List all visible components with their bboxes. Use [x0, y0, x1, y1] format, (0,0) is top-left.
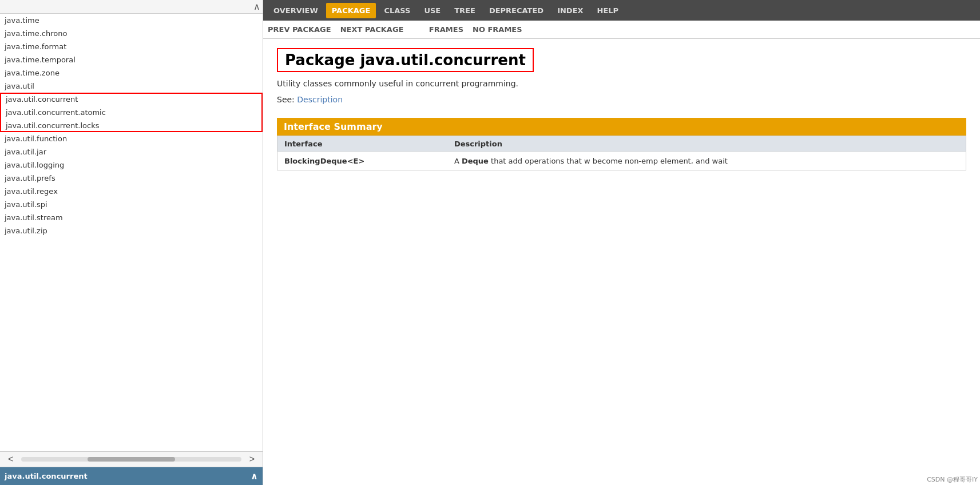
description-link[interactable]: Description — [297, 95, 343, 104]
sidebar-item-java-util-concurrent[interactable]: java.util.concurrent — [0, 93, 263, 106]
sidebar-item-java-util-jar[interactable]: java.util.jar — [0, 145, 263, 158]
sidebar-item-java-time[interactable]: java.time — [0, 14, 263, 27]
sidebar-item-java-util-concurrent-atomic[interactable]: java.util.concurrent.atomic — [0, 106, 263, 119]
sidebar-scroll-up[interactable]: ∧ — [0, 0, 263, 14]
see-label: See: — [277, 95, 295, 104]
sidebar: ∧ java.timejava.time.chronojava.time.for… — [0, 0, 263, 485]
sub-nav: PREV PACKAGE NEXT PACKAGE FRAMES NO FRAM… — [263, 21, 980, 39]
content-area: OVERVIEWPACKAGECLASSUSETREEDEPRECATEDIND… — [263, 0, 980, 485]
interface-summary-table: Interface Description BlockingDeque<E>A … — [277, 136, 966, 170]
sidebar-item-java-time-temporal[interactable]: java.time.temporal — [0, 53, 263, 66]
nav-item-overview[interactable]: OVERVIEW — [268, 3, 324, 18]
nav-item-class[interactable]: CLASS — [378, 3, 416, 18]
nav-item-use[interactable]: USE — [418, 3, 446, 18]
frames-link[interactable]: FRAMES — [429, 25, 463, 34]
main-content: Package java.util.concurrent Utility cla… — [263, 39, 980, 485]
table-header-row: Interface Description — [277, 136, 966, 152]
scroll-track — [21, 457, 241, 462]
sidebar-package-list[interactable]: java.timejava.time.chronojava.time.forma… — [0, 14, 263, 451]
sidebar-item-java-time-format[interactable]: java.time.format — [0, 40, 263, 53]
nav-item-deprecated[interactable]: DEPRECATED — [483, 3, 549, 18]
nav-item-index[interactable]: INDEX — [552, 3, 589, 18]
description-cell: A Deque that add operations that w becom… — [447, 152, 966, 170]
sidebar-item-java-time-chrono[interactable]: java.time.chrono — [0, 27, 263, 40]
sidebar-collapse-button[interactable]: ∧ — [251, 471, 258, 482]
selected-package-label: java.util.concurrent — [5, 472, 88, 480]
nav-item-package[interactable]: PACKAGE — [326, 3, 376, 18]
prev-package-link[interactable]: PREV PACKAGE — [268, 25, 331, 34]
interface-summary-section: Interface Summary Interface Description … — [277, 118, 966, 170]
sidebar-item-java-util-stream[interactable]: java.util.stream — [0, 211, 263, 224]
package-title-box: Package java.util.concurrent — [277, 48, 534, 72]
watermark: CSDN @程哥哥IY — [927, 475, 978, 484]
sidebar-item-java-util-concurrent-locks[interactable]: java.util.concurrent.locks — [0, 119, 263, 132]
scroll-up-button[interactable]: ∧ — [253, 1, 260, 12]
sidebar-item-java-util-logging[interactable]: java.util.logging — [0, 158, 263, 172]
see-description: See: Description — [277, 95, 966, 104]
next-package-link[interactable]: NEXT PACKAGE — [340, 25, 404, 34]
scroll-thumb — [88, 457, 176, 462]
no-frames-link[interactable]: NO FRAMES — [473, 25, 522, 34]
top-nav: OVERVIEWPACKAGECLASSUSETREEDEPRECATEDIND… — [263, 0, 980, 21]
scroll-right-button[interactable]: > — [246, 453, 258, 466]
sidebar-item-java-util-regex[interactable]: java.util.regex — [0, 185, 263, 198]
sidebar-item-java-util[interactable]: java.util — [0, 79, 263, 93]
description-column-header: Description — [447, 136, 966, 152]
table-row: BlockingDeque<E>A Deque that add operati… — [277, 152, 966, 170]
scroll-left-button[interactable]: < — [5, 453, 17, 466]
package-title: Package java.util.concurrent — [285, 51, 526, 69]
sidebar-item-java-util-spi[interactable]: java.util.spi — [0, 198, 263, 211]
sidebar-selected-package: java.util.concurrent ∧ — [0, 467, 263, 485]
sidebar-item-java-util-function[interactable]: java.util.function — [0, 132, 263, 145]
nav-item-tree[interactable]: TREE — [449, 3, 481, 18]
interface-column-header: Interface — [277, 136, 447, 152]
sidebar-item-java-util-zip[interactable]: java.util.zip — [0, 224, 263, 237]
sidebar-item-java-util-prefs[interactable]: java.util.prefs — [0, 172, 263, 185]
sidebar-item-java-time-zone[interactable]: java.time.zone — [0, 66, 263, 79]
sidebar-horizontal-scroll[interactable]: < > — [0, 451, 263, 467]
package-description: Utility classes commonly useful in concu… — [277, 79, 966, 88]
interface-summary-header: Interface Summary — [277, 118, 966, 136]
interface-name-cell[interactable]: BlockingDeque<E> — [277, 152, 447, 170]
nav-item-help[interactable]: HELP — [592, 3, 625, 18]
